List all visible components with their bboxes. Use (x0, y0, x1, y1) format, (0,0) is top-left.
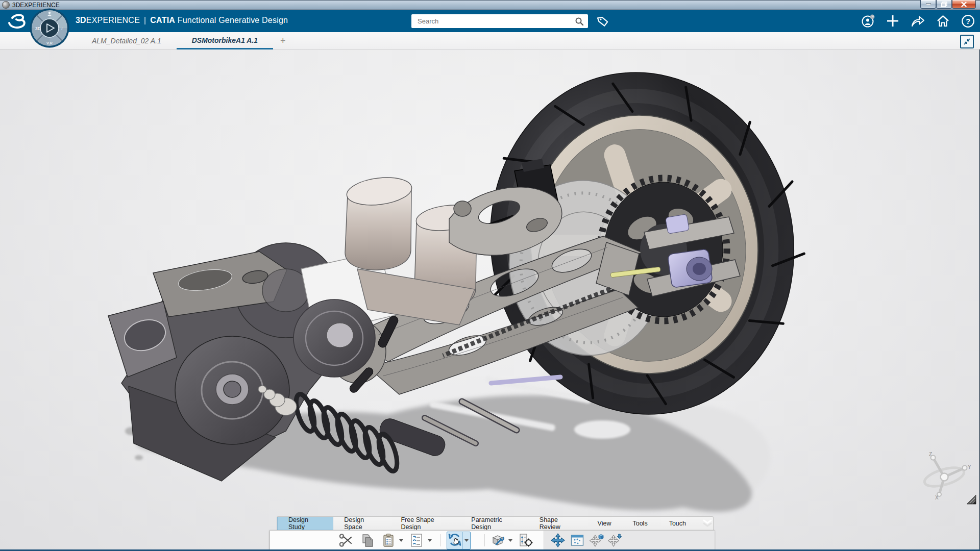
component-tools-button[interactable] (491, 533, 506, 548)
tab-free-shape-design[interactable]: Free Shape Design (390, 517, 460, 530)
3dexperience-compass[interactable]: 3D i V.R (29, 8, 70, 48)
motorbike-3d-model[interactable] (0, 49, 980, 549)
action-bar-tabs: Design Study Design Space Free Shape Des… (277, 516, 714, 530)
manipulation-tool-group (447, 532, 471, 549)
appbar: 3DEXPERIENCE|CATIA Functional Generative… (0, 10, 980, 32)
share-button[interactable] (911, 14, 925, 28)
3dexperience-window: { "window": { "title": "3DEXPERIENCE", "… (0, 0, 980, 551)
resize-grip[interactable] (966, 494, 976, 505)
os-titlebar[interactable]: 3DEXPERIENCE (0, 0, 980, 10)
chevron-down-icon (464, 539, 469, 542)
manipulation-dropdown[interactable] (462, 532, 470, 549)
brand-catia: CATIA (150, 16, 175, 24)
window-dots-icon (570, 534, 584, 547)
chevron-down-icon (428, 539, 432, 542)
specification-list-button[interactable] (409, 533, 424, 548)
pan-button[interactable] (550, 533, 566, 548)
minimize-icon (926, 3, 931, 5)
restore-button[interactable] (936, 0, 952, 9)
triad-x-label: X (935, 495, 939, 500)
arrows-pointer-icon (607, 533, 623, 547)
positioning-button[interactable] (518, 533, 533, 548)
paste-button[interactable] (381, 533, 397, 548)
cut-button[interactable] (338, 533, 354, 548)
collapse-arrows-icon (963, 38, 971, 45)
triad-z-label: Z (929, 452, 932, 457)
window-controls (920, 0, 976, 9)
toolbar-separator (440, 534, 441, 546)
pushrod (491, 377, 560, 383)
tags-button[interactable] (595, 14, 610, 28)
tab-dsmotorbikea1[interactable]: DSMotorbikeA1 A.1 (177, 32, 273, 49)
axis-triad[interactable]: Z Y X (918, 452, 971, 500)
plus-icon (886, 14, 899, 28)
copy-icon (361, 534, 374, 547)
toolbar-separator (484, 534, 485, 546)
action-bar: Design Study Design Space Free Shape Des… (270, 516, 715, 550)
chevron-down-icon (508, 539, 512, 542)
rotate-cube-button[interactable] (589, 533, 604, 548)
paste-options-dropdown[interactable] (398, 536, 405, 545)
component-tools-dropdown[interactable] (507, 536, 514, 545)
3ds-logo (6, 13, 30, 30)
brand-divider: | (144, 16, 146, 24)
home-button[interactable] (936, 14, 950, 28)
manipulation-icon (448, 533, 462, 547)
minimize-button[interactable] (920, 0, 936, 9)
close-button[interactable] (952, 0, 976, 9)
tab-touch[interactable]: Touch (658, 517, 697, 530)
tab-alm-detailed-02[interactable]: ALM_Detailed_02 A.1 (77, 32, 177, 49)
compass-3d-label: 3D (35, 26, 41, 31)
user-profile-button[interactable] (861, 14, 875, 28)
manipulation-button[interactable] (447, 532, 462, 547)
action-bar-toolbar (270, 530, 715, 550)
user-icon (861, 14, 875, 28)
new-tab-button[interactable]: + (273, 36, 293, 46)
compass-vr-label: V.R (46, 41, 53, 45)
tab-tools[interactable]: Tools (622, 517, 658, 530)
search-input[interactable] (416, 17, 575, 26)
brand-3d: 3D (76, 16, 86, 24)
restore-icon (941, 2, 947, 7)
chevron-down-icon (399, 539, 403, 542)
close-icon (961, 2, 967, 7)
drive-drum (293, 299, 375, 377)
tab-shape-review[interactable]: Shape Review (529, 517, 587, 530)
search-box (411, 14, 588, 28)
tag-icon (596, 15, 609, 28)
paste-icon (382, 533, 396, 547)
brand-experience: EXPERIENCE (86, 16, 140, 24)
specification-list-dropdown[interactable] (426, 536, 433, 545)
hand-cursor-glyph (454, 538, 458, 544)
viewpoint-window-button[interactable] (570, 533, 585, 548)
viewport-3d[interactable]: Z Y X Design Study Design Space Free Sha… (0, 49, 980, 549)
help-icon: ? (961, 14, 975, 28)
document-tabs: ALM_Detailed_02 A.1 DSMotorbikeA1 A.1 + (77, 32, 293, 49)
tab-view[interactable]: View (587, 517, 622, 530)
app-role: Functional Generative Design (178, 16, 288, 24)
pan-arrows-icon (551, 533, 565, 547)
tab-design-study[interactable]: Design Study (277, 517, 333, 530)
specification-list-icon (410, 533, 423, 547)
document-tabbar: ALM_Detailed_02 A.1 DSMotorbikeA1 A.1 + (0, 32, 980, 49)
actionbar-collapse-button[interactable] (702, 517, 713, 530)
triad-y-label: Y (968, 464, 971, 470)
compass-icon: 3D i V.R (29, 8, 70, 48)
sliders-target-icon (519, 533, 533, 547)
arrows-cube-icon (589, 533, 604, 547)
app-title: 3DEXPERIENCE|CATIA Functional Generative… (76, 16, 288, 25)
copy-button[interactable] (360, 533, 375, 548)
cut-scissors-icon (339, 534, 353, 547)
rotate-pointer-button[interactable] (607, 533, 623, 548)
tab-design-space[interactable]: Design Space (333, 517, 390, 530)
home-icon (936, 14, 950, 28)
appbar-actions: ? (861, 14, 975, 28)
view-tools-panel (544, 531, 715, 549)
app-window-icon (2, 1, 10, 9)
help-button[interactable]: ? (961, 14, 975, 28)
search-icon[interactable] (575, 17, 584, 26)
tab-parametric-design[interactable]: Parametric Design (460, 517, 529, 530)
add-content-button[interactable] (886, 14, 900, 28)
box-wrench-icon (491, 533, 505, 547)
collapse-view-button[interactable] (960, 35, 974, 48)
